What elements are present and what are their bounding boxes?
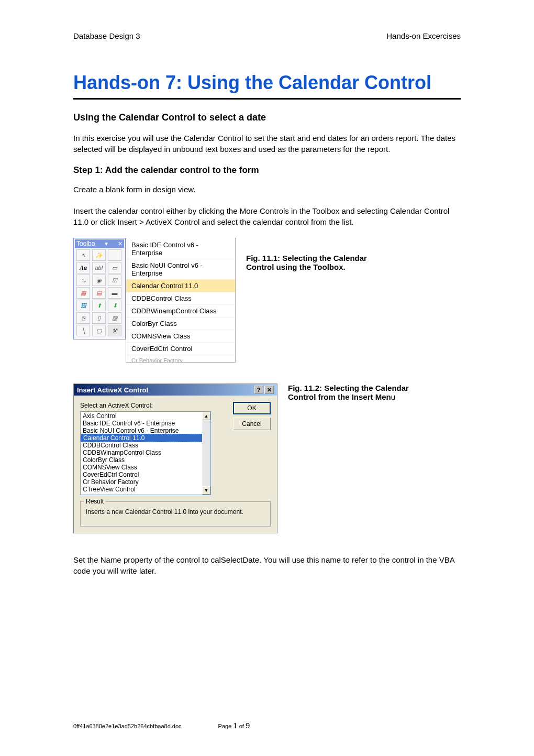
button-tool-icon[interactable]: ▬ (108, 287, 121, 299)
toolbox-title-text: Toolbo (76, 240, 95, 247)
line-tool-icon[interactable]: ╲ (76, 325, 90, 336)
textbox-tool-icon[interactable]: abI (92, 262, 106, 273)
option-tool-icon[interactable]: ◉ (92, 275, 106, 286)
dialog-title: Insert ActiveX Control (77, 386, 148, 394)
page-total: 9 (246, 721, 250, 730)
toolbox-screenshot: Toolbo ▾ ✕ ↖ ✨ Aa abI ▭ ⇋ ◉ ☑ ▦ ▤ ▬ (73, 238, 236, 363)
list-item[interactable]: CoverEdCtrl Control (81, 471, 210, 478)
section-heading: Using the Calendar Control to select a d… (73, 112, 461, 123)
listbox-label: Select an ActiveX Control: (80, 402, 228, 409)
scroll-down-icon[interactable]: ▼ (202, 486, 210, 495)
list-item[interactable]: COMNSView Class (81, 464, 210, 471)
step-p1: Create a blank form in design view. (73, 184, 461, 195)
page-header: Database Design 3 Hands-on Excercises (73, 31, 461, 40)
group-tool-icon[interactable]: ▭ (108, 262, 121, 273)
figure-2-caption: Fig. 11.2: Selecting the Calendar Contro… (288, 384, 419, 401)
listbox-tool-icon[interactable]: ▤ (92, 287, 106, 299)
result-groupbox: Result Inserts a new Calendar Control 11… (80, 501, 271, 527)
page-label: Page (218, 723, 233, 729)
image-tool-icon[interactable]: 🖼 (76, 300, 90, 311)
list-item-calendar[interactable]: Calendar Control 11.0 (81, 434, 210, 442)
subform-tool-icon[interactable]: ▥ (108, 312, 121, 324)
menu-item[interactable]: COMNSView Class (126, 330, 235, 342)
figure-2-caption-trail: u (391, 392, 395, 401)
footer-page: Page 1 of 9 (218, 721, 250, 730)
tool-spacer (108, 249, 121, 261)
header-left: Database Design 3 (73, 31, 140, 40)
page-footer: 0ff41a6380e2e1e3ad52b264cbfbaa8d.doc Pag… (73, 721, 461, 730)
close-icon[interactable]: ✕ (118, 240, 123, 247)
closing-paragraph: Set the Name property of the control to … (73, 554, 461, 576)
more-controls-menu: Basic IDE Control v6 - Enterprise Basic … (126, 238, 236, 363)
menu-item[interactable]: Basic NoUI Control v6 - Enterprise (126, 259, 235, 279)
menu-item[interactable]: ColorByr Class (126, 317, 235, 330)
cancel-button[interactable]: Cancel (233, 418, 271, 430)
result-text: Inserts a new Calendar Control 11.0 into… (86, 508, 265, 516)
bound-tool-icon[interactable]: ⬇ (108, 300, 121, 311)
list-item[interactable]: ColorByr Class (81, 456, 210, 464)
title-divider (73, 98, 461, 100)
unbound-tool-icon[interactable]: ⬆ (92, 300, 106, 311)
checkbox-tool-icon[interactable]: ☑ (108, 275, 121, 286)
pointer-tool-icon[interactable]: ↖ (76, 249, 90, 261)
dialog-titlebar: Insert ActiveX Control ? ✕ (74, 384, 277, 396)
list-item[interactable]: Basic NoUI Control v6 - Enterprise (81, 427, 210, 434)
page-title: Hands-on 7: Using the Calendar Control (73, 72, 461, 94)
wizard-tool-icon[interactable]: ✨ (92, 249, 106, 261)
toolbox-grid: ↖ ✨ Aa abI ▭ ⇋ ◉ ☑ ▦ ▤ ▬ 🖼 ⬆ ⬇ ⎘ ▯ (75, 248, 124, 338)
list-item[interactable]: Cr Behavior Factory (81, 478, 210, 486)
footer-filename: 0ff41a6380e2e1e3ad52b264cbfbaa8d.doc (73, 723, 182, 729)
list-item[interactable]: Basic IDE Control v6 - Enterprise (81, 420, 210, 427)
menu-item[interactable]: CDDBWinampControl Class (126, 304, 235, 317)
toolbox-panel: Toolbo ▾ ✕ ↖ ✨ Aa abI ▭ ⇋ ◉ ☑ ▦ ▤ ▬ (73, 238, 126, 339)
list-item[interactable]: CTreeView Control (81, 486, 210, 493)
toggle-tool-icon[interactable]: ⇋ (76, 275, 90, 286)
activex-listbox[interactable]: Axis Control Basic IDE Control v6 - Ente… (80, 411, 211, 495)
menu-item[interactable]: CDDBControl Class (126, 292, 235, 304)
scroll-up-icon[interactable]: ▲ (202, 412, 210, 420)
close-icon[interactable]: ✕ (264, 386, 274, 394)
menu-item[interactable]: CoverEdCtrl Control (126, 342, 235, 355)
help-icon[interactable]: ? (254, 386, 263, 394)
ok-button[interactable]: OK (233, 402, 271, 414)
menu-item[interactable]: Basic IDE Control v6 - Enterprise (126, 238, 235, 259)
combobox-tool-icon[interactable]: ▦ (76, 287, 90, 299)
more-controls-tool-icon[interactable]: ⚒ (108, 325, 121, 336)
toolbox-titlebar: Toolbo ▾ ✕ (75, 239, 124, 248)
menu-item-partial[interactable]: Cr Behavior Factory (126, 355, 235, 362)
listbox-scrollbar[interactable]: ▲ ▼ (202, 412, 210, 495)
step-p2: Insert the calendar control either by cl… (73, 205, 461, 227)
list-item[interactable]: Axis Control (81, 412, 210, 420)
tab-tool-icon[interactable]: ▯ (92, 312, 106, 324)
chevron-down-icon[interactable]: ▾ (105, 240, 108, 247)
rect-tool-icon[interactable]: ▢ (92, 325, 106, 336)
figure-1-caption: Fig. 11.1: Selecting the Calendar Contro… (246, 254, 393, 271)
list-item[interactable]: CDDBControl Class (81, 442, 210, 449)
insert-activex-dialog: Insert ActiveX Control ? ✕ Select an Act… (73, 384, 277, 533)
pagebreak-tool-icon[interactable]: ⎘ (76, 312, 90, 324)
page-of: of (238, 723, 246, 729)
label-tool-icon[interactable]: Aa (76, 262, 90, 273)
page-current: 1 (233, 721, 237, 730)
header-right: Hands-on Excercises (386, 31, 461, 40)
result-legend: Result (84, 498, 106, 505)
intro-paragraph: In this exercise you will use the Calend… (73, 133, 461, 155)
menu-item-calendar[interactable]: Calendar Control 11.0 (126, 279, 235, 292)
list-item[interactable]: CDDBWinampControl Class (81, 449, 210, 456)
step-heading: Step 1: Add the calendar control to the … (73, 165, 461, 176)
